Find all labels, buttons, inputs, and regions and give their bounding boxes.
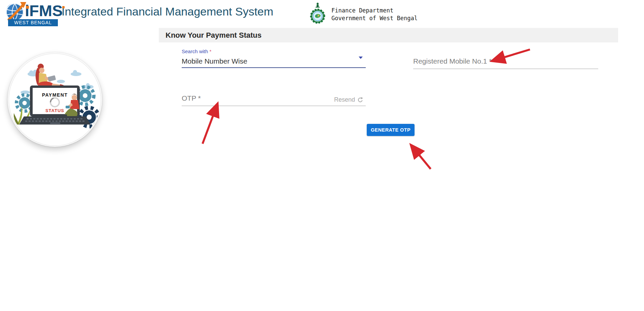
generate-otp-button[interactable]: GENERATE OTP [367, 124, 415, 136]
search-with-underline [182, 67, 366, 68]
annotation-arrow-generate [412, 146, 431, 169]
department-line1: Finance Department [331, 7, 418, 14]
resend-otp-link[interactable]: Resend [334, 96, 363, 103]
illustration-payment-text: PAYMENT [42, 92, 68, 98]
department-line2: Government of West Bengal [331, 14, 418, 22]
app-title: Integrated Financial Management System [62, 5, 273, 18]
brand-region-banner: WEST BENGAL [8, 19, 58, 26]
orange-dot-icon [62, 6, 65, 8]
orange-dot-icon [26, 6, 29, 9]
search-with-select[interactable]: Mobile Number Wise [182, 57, 247, 65]
brand-name[interactable]: iFMS [25, 1, 63, 20]
illustration-status-text: STATUS [45, 108, 64, 113]
chevron-down-icon[interactable] [359, 57, 363, 59]
annotation-arrows [0, 0, 644, 311]
registered-mobile-input[interactable] [413, 57, 598, 69]
app-title-text: Integrated Financial Management System [62, 5, 273, 18]
required-marker: * [210, 48, 212, 54]
search-with-label: Search with * [182, 48, 211, 54]
payment-status-illustration: PAYMENT STATUS [8, 53, 102, 147]
resend-label: Resend [334, 96, 355, 103]
department-name: Finance Department Government of West Be… [331, 7, 418, 22]
refresh-icon [357, 97, 363, 103]
brand-name-text: iFMS [25, 2, 63, 20]
govt-emblem-icon [310, 2, 326, 26]
panel-header: Know Your Payment Status [159, 28, 618, 42]
annotation-arrow-otp [203, 105, 217, 144]
page-title: Know Your Payment Status [159, 28, 618, 42]
